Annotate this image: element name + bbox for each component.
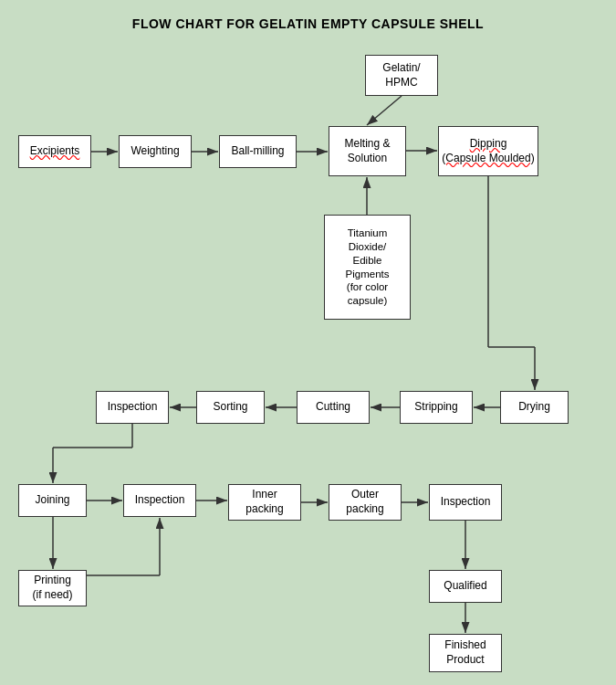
page: FLOW CHART FOR GELATIN EMPTY CAPSULE SHE… [0, 0, 616, 685]
box-joining: Joining [18, 484, 87, 517]
box-inspection1: Inspection [96, 391, 169, 424]
box-finished: Finished Product [429, 634, 502, 672]
svg-line-1 [367, 96, 402, 125]
box-qualified: Qualified [429, 570, 502, 603]
box-weighting: Weighting [119, 135, 192, 168]
box-melting: Melting & Solution [329, 126, 406, 176]
box-sorting: Sorting [196, 391, 265, 424]
box-innerpacking: Inner packing [228, 484, 301, 521]
box-stripping: Stripping [400, 391, 473, 424]
box-dipping: Dipping (Capsule Moulded) [438, 126, 538, 176]
page-title: FLOW CHART FOR GELATIN EMPTY CAPSULE SHE… [0, 0, 616, 31]
box-inspection2: Inspection [123, 484, 196, 517]
box-inspection3: Inspection [429, 484, 502, 521]
box-printing: Printing (if need) [18, 570, 87, 606]
box-gelatin: Gelatin/ HPMC [365, 55, 438, 96]
box-ballmilling: Ball-milling [219, 135, 297, 168]
arrows-overlay [0, 0, 616, 685]
box-excipients: Excipients [18, 135, 91, 168]
box-titanium: Titanium Dioxide/ Edible Pigments (for c… [324, 215, 411, 320]
box-drying: Drying [500, 391, 569, 424]
box-cutting: Cutting [297, 391, 370, 424]
box-outerpacking: Outer packing [329, 484, 402, 521]
